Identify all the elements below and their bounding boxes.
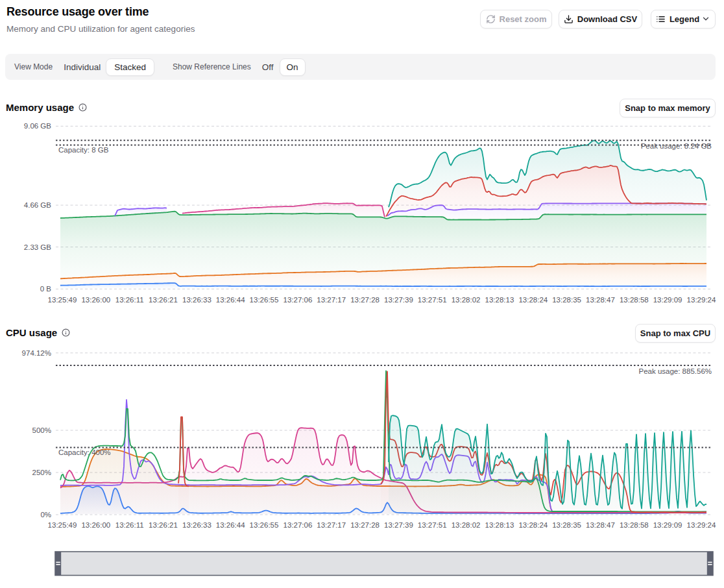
svg-text:13:28:58: 13:28:58 bbox=[620, 296, 649, 304]
svg-text:13:26:55: 13:26:55 bbox=[250, 521, 279, 529]
svg-text:9.06 GB: 9.06 GB bbox=[24, 122, 52, 130]
svg-text:13:29:24: 13:29:24 bbox=[687, 521, 716, 529]
svg-text:13:27:06: 13:27:06 bbox=[284, 521, 313, 529]
svg-text:13:26:21: 13:26:21 bbox=[149, 296, 178, 304]
svg-text:13:25:49: 13:25:49 bbox=[48, 296, 77, 304]
svg-text:13:28:58: 13:28:58 bbox=[620, 521, 649, 529]
svg-text:13:28:13: 13:28:13 bbox=[485, 521, 514, 529]
svg-text:13:26:21: 13:26:21 bbox=[149, 521, 178, 529]
svg-text:Peak usage: 8.24 GB: Peak usage: 8.24 GB bbox=[641, 142, 712, 150]
svg-text:13:28:35: 13:28:35 bbox=[552, 521, 581, 529]
svg-text:13:27:28: 13:27:28 bbox=[350, 296, 380, 304]
svg-text:13:28:02: 13:28:02 bbox=[452, 296, 481, 304]
svg-text:13:26:55: 13:26:55 bbox=[250, 296, 279, 304]
svg-text:13:29:09: 13:29:09 bbox=[653, 296, 682, 304]
svg-text:13:27:28: 13:27:28 bbox=[350, 521, 380, 529]
svg-text:13:27:39: 13:27:39 bbox=[384, 521, 413, 529]
svg-text:13:26:44: 13:26:44 bbox=[216, 296, 245, 304]
svg-text:13:29:24: 13:29:24 bbox=[687, 296, 716, 304]
svg-text:13:27:17: 13:27:17 bbox=[317, 296, 346, 304]
svg-text:13:27:06: 13:27:06 bbox=[284, 296, 313, 304]
svg-text:13:28:02: 13:28:02 bbox=[452, 521, 481, 529]
svg-text:13:27:17: 13:27:17 bbox=[317, 521, 346, 529]
svg-text:0%: 0% bbox=[40, 511, 51, 519]
svg-text:Capacity: 8 GB: Capacity: 8 GB bbox=[58, 146, 109, 154]
svg-text:974.12%: 974.12% bbox=[22, 349, 51, 357]
svg-text:13:28:47: 13:28:47 bbox=[586, 296, 615, 304]
svg-text:13:28:24: 13:28:24 bbox=[518, 296, 548, 304]
svg-text:13:27:51: 13:27:51 bbox=[418, 521, 447, 529]
svg-text:13:27:51: 13:27:51 bbox=[418, 296, 447, 304]
svg-text:13:28:13: 13:28:13 bbox=[485, 296, 514, 304]
svg-text:13:29:09: 13:29:09 bbox=[653, 521, 682, 529]
svg-text:13:26:33: 13:26:33 bbox=[182, 521, 211, 529]
svg-text:500%: 500% bbox=[32, 426, 51, 434]
svg-text:Peak usage: 885.56%: Peak usage: 885.56% bbox=[638, 367, 712, 375]
svg-text:13:27:39: 13:27:39 bbox=[384, 296, 413, 304]
svg-text:13:26:33: 13:26:33 bbox=[182, 296, 211, 304]
svg-text:13:26:11: 13:26:11 bbox=[115, 296, 144, 304]
svg-text:13:28:35: 13:28:35 bbox=[552, 296, 581, 304]
svg-text:13:26:00: 13:26:00 bbox=[81, 296, 110, 304]
svg-text:2.33 GB: 2.33 GB bbox=[24, 243, 52, 251]
svg-text:Capacity: 400%: Capacity: 400% bbox=[58, 448, 111, 456]
svg-text:13:25:49: 13:25:49 bbox=[48, 521, 77, 529]
svg-text:13:26:44: 13:26:44 bbox=[216, 521, 245, 529]
svg-text:250%: 250% bbox=[32, 469, 51, 476]
svg-text:0 B: 0 B bbox=[40, 285, 52, 293]
svg-text:13:28:24: 13:28:24 bbox=[518, 521, 548, 529]
svg-text:13:26:00: 13:26:00 bbox=[81, 521, 110, 529]
svg-text:13:26:11: 13:26:11 bbox=[115, 521, 144, 529]
svg-text:13:28:47: 13:28:47 bbox=[586, 521, 615, 529]
svg-text:4.66 GB: 4.66 GB bbox=[24, 201, 52, 209]
